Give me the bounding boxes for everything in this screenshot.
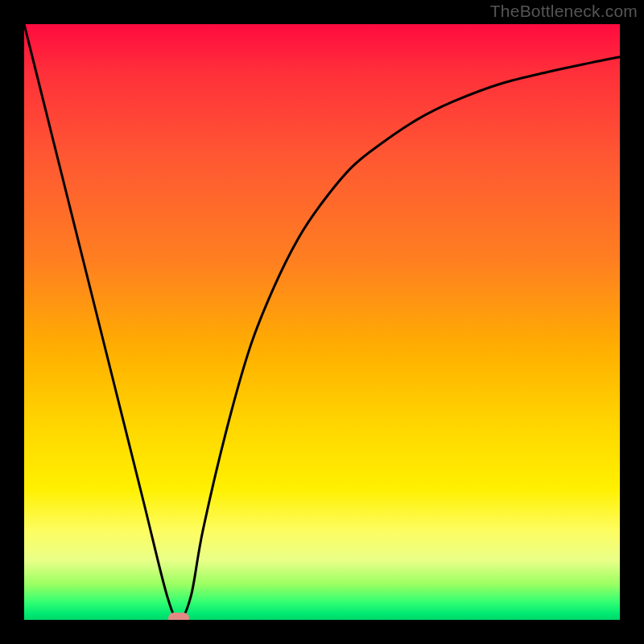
curve-layer <box>24 24 620 620</box>
watermark-text: TheBottleneck.com <box>490 2 638 21</box>
chart-frame: TheBottleneck.com <box>0 0 644 644</box>
bottleneck-curve <box>24 24 620 620</box>
optimum-marker <box>168 613 189 620</box>
plot-area <box>24 24 620 620</box>
